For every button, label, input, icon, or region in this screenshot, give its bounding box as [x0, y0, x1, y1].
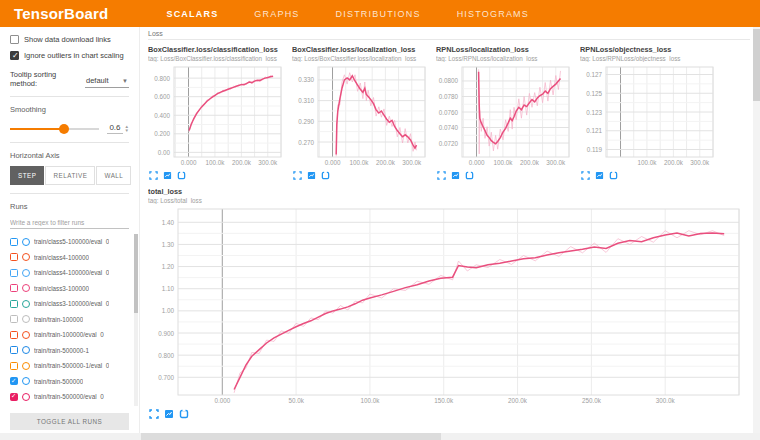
- chart-plot[interactable]: 0.08000.07800.07600.07400.07200.000100.0…: [436, 64, 574, 168]
- chart-toolbar: [292, 171, 430, 180]
- run-row[interactable]: train/train-500000: [0, 374, 139, 390]
- chart-data-icon[interactable]: [451, 171, 460, 180]
- run-checkbox[interactable]: [10, 331, 18, 339]
- divider: [10, 193, 129, 194]
- run-row[interactable]: train/train-500000/eval_0: [0, 389, 139, 405]
- run-checkbox[interactable]: [10, 269, 18, 277]
- run-row[interactable]: train/class3-100000: [0, 281, 139, 297]
- run-color-toggle[interactable]: [22, 346, 30, 354]
- horizontal-axis-label: Horizontal Axis: [10, 151, 129, 160]
- expand-chart-icon[interactable]: [437, 171, 446, 180]
- chart-title: RPNLoss/localization_loss: [436, 45, 574, 54]
- run-checkbox[interactable]: [10, 284, 18, 292]
- chart-card-rpn-objectness-loss: RPNLoss/objectness_loss tag: Loss/RPNLos…: [580, 45, 718, 180]
- run-row[interactable]: train/class3-100000/eval_0: [0, 296, 139, 312]
- show-download-links-label: Show data download links: [24, 35, 111, 44]
- run-color-toggle[interactable]: [22, 238, 30, 246]
- main-vertical-scrollbar[interactable]: [753, 27, 760, 433]
- chart-card-rpn-localization-loss: RPNLoss/localization_loss tag: Loss/RPNL…: [436, 45, 574, 180]
- divider: [10, 142, 129, 143]
- main-horizontal-scrollbar[interactable]: [0, 433, 760, 440]
- expand-chart-icon[interactable]: [149, 409, 159, 419]
- run-color-toggle[interactable]: [22, 393, 30, 401]
- run-checkbox[interactable]: [10, 393, 18, 401]
- smoothing-slider[interactable]: [10, 128, 99, 130]
- category-header[interactable]: Loss: [148, 27, 750, 40]
- run-color-toggle[interactable]: [22, 253, 30, 261]
- chart-data-icon[interactable]: [307, 171, 316, 180]
- main-horizontal-scrollbar-thumb[interactable]: [141, 433, 441, 440]
- run-checkbox[interactable]: [10, 346, 18, 354]
- fit-domain-icon[interactable]: [177, 171, 186, 180]
- run-color-toggle[interactable]: [22, 284, 30, 292]
- tab-distributions[interactable]: DISTRIBUTIONS: [336, 9, 421, 19]
- chart-toolbar: [436, 171, 574, 180]
- run-label: train/train-500000: [34, 378, 83, 385]
- run-color-toggle[interactable]: [22, 269, 30, 277]
- expand-chart-icon[interactable]: [581, 171, 590, 180]
- run-checkbox[interactable]: [10, 253, 18, 261]
- chart-tag: tag: Loss/total_loss: [148, 197, 744, 204]
- ignore-outliers-checkbox[interactable]: [10, 51, 19, 60]
- runs-filter-input[interactable]: [10, 217, 129, 229]
- smoothing-slider-thumb[interactable]: [59, 124, 69, 134]
- divider: [10, 96, 129, 97]
- axis-step-button[interactable]: STEP: [10, 166, 44, 185]
- ignore-outliers-row[interactable]: Ignore outliers in chart scaling: [10, 51, 129, 60]
- scalars-dashboard: Loss BoxClassifier.loss/classification_l…: [140, 27, 760, 433]
- run-row[interactable]: train/class4-100000/eval_0: [0, 265, 139, 281]
- main-vertical-scrollbar-thumb[interactable]: [753, 29, 760, 101]
- run-checkbox[interactable]: [10, 362, 18, 370]
- chart-title: BoxClassifier.loss/localization_loss: [292, 45, 430, 54]
- tensorboard-app: TensorBoard SCALARS GRAPHS DISTRIBUTIONS…: [0, 0, 760, 440]
- chart-plot[interactable]: 0.8000.6000.4000.2000.000.000100.0k200.0…: [148, 64, 286, 168]
- tab-scalars[interactable]: SCALARS: [166, 9, 218, 19]
- run-row[interactable]: train/class5-100000/eval_0: [0, 234, 139, 250]
- run-row[interactable]: train/train-100000: [0, 312, 139, 328]
- run-checkbox[interactable]: [10, 238, 18, 246]
- fit-domain-icon[interactable]: [179, 409, 189, 419]
- run-checkbox[interactable]: [10, 300, 18, 308]
- runs-scrollbar[interactable]: [134, 234, 138, 406]
- expand-chart-icon[interactable]: [293, 171, 302, 180]
- show-download-links-checkbox[interactable]: [10, 35, 19, 44]
- run-label: train/train-100000/eval_0: [34, 331, 104, 338]
- runs-scrollbar-thumb[interactable]: [134, 234, 138, 313]
- run-row[interactable]: train/class4-100000: [0, 250, 139, 266]
- run-label: train/train-500000-1/eval_0: [34, 362, 109, 369]
- chart-card-classification-loss: BoxClassifier.loss/classification_loss t…: [148, 45, 286, 180]
- chart-tag: tag: Loss/BoxClassifier.loss/localizatio…: [292, 55, 430, 62]
- run-color-toggle[interactable]: [22, 362, 30, 370]
- fit-domain-icon[interactable]: [465, 171, 474, 180]
- tab-graphs[interactable]: GRAPHS: [254, 9, 299, 19]
- run-label: train/train-100000: [34, 316, 83, 323]
- run-label: train/train-500000/eval_0: [34, 393, 104, 400]
- expand-chart-icon[interactable]: [149, 171, 158, 180]
- chart-data-icon[interactable]: [163, 171, 172, 180]
- run-row[interactable]: train/train-100000/eval_0: [0, 327, 139, 343]
- chart-plot[interactable]: 1.401.301.201.101.000.9000.8000.7000.000…: [148, 206, 744, 406]
- tooltip-sorting-select[interactable]: default ▼: [85, 75, 129, 88]
- run-color-toggle[interactable]: [22, 331, 30, 339]
- run-color-toggle[interactable]: [22, 377, 30, 385]
- axis-wall-button[interactable]: WALL: [96, 166, 131, 185]
- smoothing-value[interactable]: 0.6: [107, 123, 122, 134]
- run-color-toggle[interactable]: [22, 300, 30, 308]
- run-row[interactable]: train/train-500000-1: [0, 343, 139, 359]
- fit-domain-icon[interactable]: [321, 171, 330, 180]
- show-download-links-row[interactable]: Show data download links: [10, 35, 129, 44]
- chart-plot[interactable]: 0.3300.3100.2900.2700.000100.0k200.0k300…: [292, 64, 430, 168]
- chart-data-icon[interactable]: [164, 409, 174, 419]
- chart-plot[interactable]: 0.1270.1250.1230.1210.119100.0k200.0k300…: [580, 64, 718, 168]
- run-checkbox[interactable]: [10, 377, 18, 385]
- axis-relative-button[interactable]: RELATIVE: [45, 166, 95, 185]
- tab-histograms[interactable]: HISTOGRAMS: [457, 9, 529, 19]
- run-color-toggle[interactable]: [22, 315, 30, 323]
- toggle-all-runs-button[interactable]: TOGGLE ALL RUNS: [10, 413, 129, 430]
- run-checkbox[interactable]: [10, 315, 18, 323]
- smoothing-stepper[interactable]: ▲▼: [125, 125, 129, 131]
- chart-data-icon[interactable]: [595, 171, 604, 180]
- app-header: TensorBoard SCALARS GRAPHS DISTRIBUTIONS…: [0, 0, 760, 27]
- fit-domain-icon[interactable]: [609, 171, 618, 180]
- run-row[interactable]: train/train-500000-1/eval_0: [0, 358, 139, 374]
